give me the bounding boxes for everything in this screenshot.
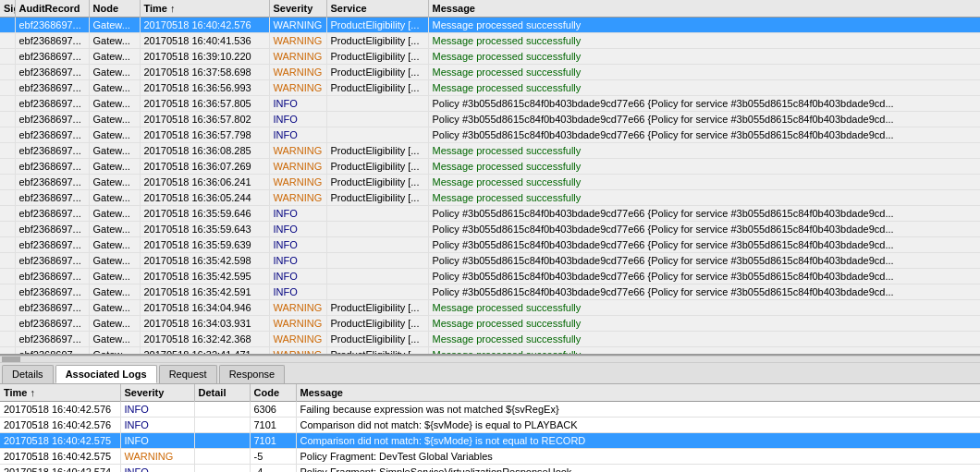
- cell-message: Policy #3b055d8615c84f0b403bdade9cd77e66…: [428, 253, 980, 269]
- cell-detail: [194, 465, 250, 473]
- cell-audit: ebf2368697...: [15, 347, 89, 357]
- tab-response[interactable]: Response: [219, 365, 286, 383]
- table-row[interactable]: ebf2368697...Gatew...20170518 16:35:42.5…: [0, 253, 980, 269]
- table-row[interactable]: ebf2368697...Gatew...20170518 16:36:07.2…: [0, 159, 980, 175]
- cell-service: ProductEligibility [...: [326, 80, 428, 96]
- cell-severity: INFO: [269, 237, 326, 253]
- col-header-severity[interactable]: Severity: [269, 0, 326, 18]
- col-header-node[interactable]: Node: [89, 0, 140, 18]
- cell-severity: WARNING: [269, 332, 326, 347]
- cell-sig: [0, 175, 15, 190]
- table-row[interactable]: ebf2368697...Gatew...20170518 16:35:59.6…: [0, 206, 980, 222]
- table-row[interactable]: ebf2368697...Gatew...20170518 16:36:05.2…: [0, 190, 980, 206]
- cell-service: ProductEligibility [...: [326, 49, 428, 65]
- cell-time: 20170518 16:40:41.536: [140, 33, 269, 49]
- table-row[interactable]: 20170518 16:40:42.574INFO-4Policy Fragme…: [0, 465, 980, 473]
- tab-details[interactable]: Details: [2, 365, 54, 383]
- col-header-sig[interactable]: Sig: [0, 0, 15, 18]
- cell-time: 20170518 16:32:42.368: [140, 332, 269, 347]
- table-row[interactable]: ebf2368697...Gatew...20170518 16:36:06.2…: [0, 175, 980, 190]
- table-row[interactable]: ebf2368697...Gatew...20170518 16:36:57.8…: [0, 96, 980, 112]
- cell-sig: [0, 300, 15, 316]
- table-row[interactable]: ebf2368697...Gatew...20170518 16:35:59.6…: [0, 222, 980, 237]
- table-row[interactable]: ebf2368697...Gatew...20170518 16:39:10.2…: [0, 49, 980, 65]
- cell-severity: WARNING: [269, 300, 326, 316]
- table-row[interactable]: ebf2368697...Gatew...20170518 16:34:03.9…: [0, 316, 980, 332]
- cell-service: [326, 127, 428, 143]
- logs-col-header-code[interactable]: Code: [250, 384, 296, 402]
- cell-service: ProductEligibility [...: [326, 18, 428, 33]
- table-row[interactable]: ebf2368697...Gatew...20170518 16:35:42.5…: [0, 284, 980, 300]
- cell-audit: ebf2368697...: [15, 143, 89, 159]
- cell-time: 20170518 16:36:57.802: [140, 112, 269, 127]
- cell-sig: [0, 65, 15, 80]
- table-row[interactable]: 20170518 16:40:42.575WARNING-5Policy Fra…: [0, 449, 980, 465]
- tab-associated-logs[interactable]: Associated Logs: [55, 365, 157, 383]
- cell-time: 20170518 16:36:07.269: [140, 159, 269, 175]
- table-row[interactable]: ebf2368697...Gatew...20170518 16:37:58.6…: [0, 65, 980, 80]
- cell-message: Policy #3b055d8615c84f0b403bdade9cd77e66…: [428, 96, 980, 112]
- main-table-header: Sig AuditRecord Node Time ↑ Severity Ser…: [0, 0, 980, 18]
- cell-audit: ebf2368697...: [15, 159, 89, 175]
- cell-node: Gatew...: [89, 190, 140, 206]
- scroll-indicator[interactable]: [0, 356, 980, 363]
- cell-sig: [0, 49, 15, 65]
- table-row[interactable]: ebf2368697...Gatew...20170518 16:34:04.9…: [0, 300, 980, 316]
- cell-severity: WARNING: [269, 316, 326, 332]
- cell-audit: ebf2368697...: [15, 190, 89, 206]
- table-row[interactable]: ebf2368697...Gatew...20170518 16:36:08.2…: [0, 143, 980, 159]
- cell-sig: [0, 18, 15, 33]
- table-row[interactable]: ebf2368697...Gatew...20170518 16:36:56.9…: [0, 80, 980, 96]
- cell-sig: [0, 33, 15, 49]
- cell-node: Gatew...: [89, 300, 140, 316]
- cell-time: 20170518 16:36:05.244: [140, 190, 269, 206]
- table-row[interactable]: ebf2368697...Gatew...20170518 16:40:42.5…: [0, 18, 980, 33]
- cell-sig: [0, 237, 15, 253]
- cell-severity: WARNING: [269, 175, 326, 190]
- table-row[interactable]: 20170518 16:40:42.575INFO7101Comparison …: [0, 433, 980, 449]
- cell-sig: [0, 347, 15, 357]
- cell-time: 20170518 16:36:56.993: [140, 80, 269, 96]
- table-row[interactable]: ebf2368697...Gatew...20170518 16:40:41.5…: [0, 33, 980, 49]
- table-row[interactable]: ebf2368697...Gatew...20170518 16:35:42.5…: [0, 269, 980, 284]
- tab-request[interactable]: Request: [159, 365, 217, 383]
- cell-audit: ebf2368697...: [15, 206, 89, 222]
- table-row[interactable]: ebf2368697...Gatew...20170518 16:36:57.8…: [0, 112, 980, 127]
- table-row[interactable]: ebf2368697...Gatew...20170518 16:35:59.6…: [0, 237, 980, 253]
- cell-node: Gatew...: [89, 18, 140, 33]
- cell-sig: [0, 222, 15, 237]
- table-row[interactable]: 20170518 16:40:42.576INFO6306Failing bec…: [0, 402, 980, 418]
- cell-node: Gatew...: [89, 206, 140, 222]
- table-row[interactable]: 20170518 16:40:42.576INFO7101Comparison …: [0, 418, 980, 433]
- cell-detail: [194, 418, 250, 433]
- cell-message: Message processed successfully: [428, 18, 980, 33]
- logs-col-header-message[interactable]: Message: [296, 384, 980, 402]
- table-row[interactable]: ebf2368697...Gatew...20170518 16:32:41.4…: [0, 347, 980, 357]
- cell-audit: ebf2368697...: [15, 316, 89, 332]
- cell-node: Gatew...: [89, 269, 140, 284]
- col-header-message[interactable]: Message: [428, 0, 980, 18]
- cell-message: Policy #3b055d8615c84f0b403bdade9cd77e66…: [428, 237, 980, 253]
- cell-severity: WARNING: [120, 449, 194, 465]
- cell-time: 20170518 16:40:42.576: [140, 18, 269, 33]
- cell-service: [326, 206, 428, 222]
- cell-time: 20170518 16:40:42.574: [0, 465, 120, 473]
- logs-table-header: Time ↑ Severity Detail Code Message: [0, 384, 980, 402]
- col-header-audit[interactable]: AuditRecord: [15, 0, 89, 18]
- cell-node: Gatew...: [89, 347, 140, 357]
- logs-col-header-detail[interactable]: Detail: [194, 384, 250, 402]
- cell-node: Gatew...: [89, 332, 140, 347]
- col-header-time[interactable]: Time ↑: [140, 0, 269, 18]
- col-header-service[interactable]: Service: [326, 0, 428, 18]
- table-row[interactable]: ebf2368697...Gatew...20170518 16:32:42.3…: [0, 332, 980, 347]
- table-row[interactable]: ebf2368697...Gatew...20170518 16:36:57.7…: [0, 127, 980, 143]
- logs-col-header-time[interactable]: Time ↑: [0, 384, 120, 402]
- cell-sig: [0, 316, 15, 332]
- logs-col-header-severity[interactable]: Severity: [120, 384, 194, 402]
- cell-severity: WARNING: [269, 143, 326, 159]
- cell-message: Policy #3b055d8615c84f0b403bdade9cd77e66…: [428, 222, 980, 237]
- cell-sig: [0, 112, 15, 127]
- cell-audit: ebf2368697...: [15, 80, 89, 96]
- cell-audit: ebf2368697...: [15, 18, 89, 33]
- cell-audit: ebf2368697...: [15, 237, 89, 253]
